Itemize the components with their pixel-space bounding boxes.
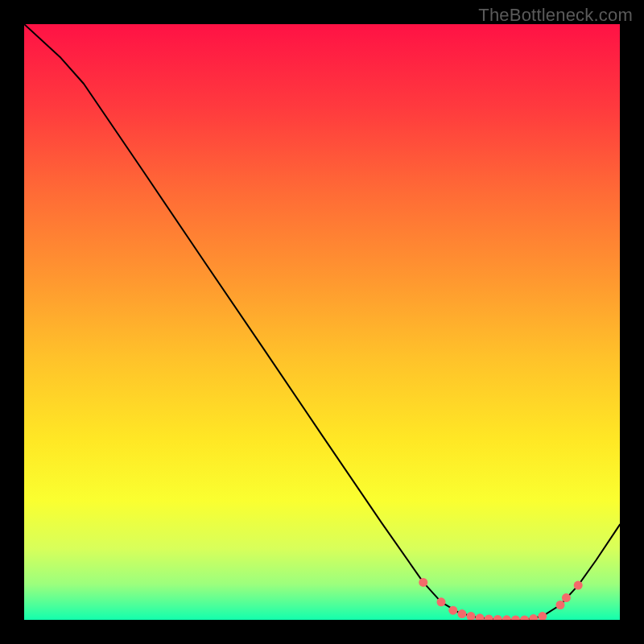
watermark-text: TheBottleneck.com bbox=[478, 5, 633, 26]
marker-point bbox=[419, 578, 427, 587]
gradient-background bbox=[24, 24, 620, 620]
chart-svg bbox=[24, 24, 620, 620]
marker-point bbox=[574, 581, 583, 590]
marker-point bbox=[448, 606, 457, 615]
marker-point bbox=[562, 593, 571, 602]
marker-point bbox=[556, 601, 565, 609]
chart-container: TheBottleneck.com bbox=[0, 0, 644, 644]
plot-area bbox=[24, 24, 620, 620]
marker-point bbox=[437, 597, 446, 606]
marker-point bbox=[457, 609, 466, 618]
